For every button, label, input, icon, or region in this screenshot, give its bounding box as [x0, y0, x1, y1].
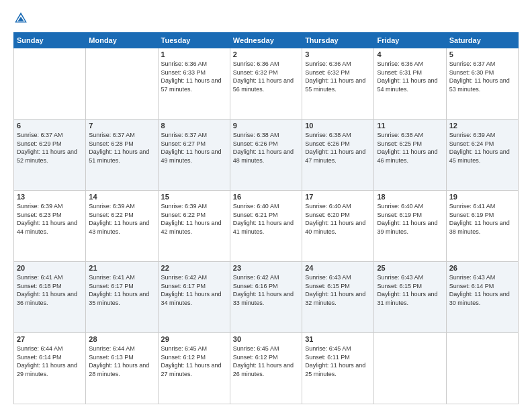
day-detail: Sunrise: 6:39 AMSunset: 6:24 PMDaylight:…: [449, 131, 515, 165]
day-detail: Sunrise: 6:40 AMSunset: 6:21 PMDaylight:…: [233, 202, 299, 236]
day-number: 8: [161, 122, 227, 130]
day-number: 28: [89, 335, 154, 343]
day-detail: Sunrise: 6:45 AMSunset: 6:12 PMDaylight:…: [161, 345, 227, 378]
week-row-2: 6Sunrise: 6:37 AMSunset: 6:29 PMDaylight…: [14, 120, 519, 191]
calendar-cell: 21Sunrise: 6:41 AMSunset: 6:17 PMDayligh…: [86, 262, 158, 333]
day-number: 3: [305, 50, 371, 58]
day-number: 6: [17, 122, 83, 130]
day-detail: Sunrise: 6:42 AMSunset: 6:17 PMDaylight:…: [161, 273, 227, 307]
day-detail: Sunrise: 6:40 AMSunset: 6:19 PMDaylight:…: [377, 202, 443, 236]
calendar-cell: 19Sunrise: 6:41 AMSunset: 6:19 PMDayligh…: [446, 191, 518, 262]
calendar-cell: 5Sunrise: 6:37 AMSunset: 6:30 PMDaylight…: [446, 48, 518, 120]
day-number: 29: [161, 335, 227, 343]
day-detail: Sunrise: 6:41 AMSunset: 6:18 PMDaylight:…: [17, 273, 83, 307]
day-detail: Sunrise: 6:43 AMSunset: 6:15 PMDaylight:…: [377, 273, 443, 307]
calendar-cell: 9Sunrise: 6:38 AMSunset: 6:26 PMDaylight…: [230, 120, 302, 191]
day-detail: Sunrise: 6:39 AMSunset: 6:23 PMDaylight:…: [17, 202, 83, 236]
day-number: 18: [377, 193, 443, 201]
day-detail: Sunrise: 6:38 AMSunset: 6:26 PMDaylight:…: [305, 131, 371, 165]
calendar-cell: 11Sunrise: 6:38 AMSunset: 6:25 PMDayligh…: [374, 120, 446, 191]
day-detail: Sunrise: 6:45 AMSunset: 6:11 PMDaylight:…: [305, 345, 371, 378]
day-detail: Sunrise: 6:36 AMSunset: 6:31 PMDaylight:…: [377, 60, 443, 93]
day-detail: Sunrise: 6:36 AMSunset: 6:33 PMDaylight:…: [161, 60, 227, 93]
day-header-saturday: Saturday: [446, 33, 518, 48]
day-number: 4: [377, 50, 443, 58]
day-number: 30: [233, 335, 299, 343]
calendar-cell: [446, 333, 518, 404]
day-header-sunday: Sunday: [14, 33, 86, 48]
day-number: 1: [161, 50, 227, 58]
day-detail: Sunrise: 6:38 AMSunset: 6:26 PMDaylight:…: [233, 131, 299, 165]
day-number: 20: [17, 264, 83, 272]
day-number: 21: [89, 264, 154, 272]
calendar-cell: 22Sunrise: 6:42 AMSunset: 6:17 PMDayligh…: [158, 262, 230, 333]
day-detail: Sunrise: 6:36 AMSunset: 6:32 PMDaylight:…: [233, 60, 299, 93]
calendar-cell: 4Sunrise: 6:36 AMSunset: 6:31 PMDaylight…: [374, 48, 446, 120]
day-number: 10: [305, 122, 371, 130]
calendar-cell: 13Sunrise: 6:39 AMSunset: 6:23 PMDayligh…: [14, 191, 86, 262]
day-detail: Sunrise: 6:44 AMSunset: 6:13 PMDaylight:…: [89, 345, 154, 378]
calendar-cell: 16Sunrise: 6:40 AMSunset: 6:21 PMDayligh…: [230, 191, 302, 262]
day-number: 14: [89, 193, 154, 201]
calendar-cell: 10Sunrise: 6:38 AMSunset: 6:26 PMDayligh…: [302, 120, 374, 191]
day-number: 27: [17, 335, 83, 343]
page: SundayMondayTuesdayWednesdayThursdayFrid…: [0, 0, 532, 411]
calendar-table: SundayMondayTuesdayWednesdayThursdayFrid…: [13, 32, 519, 404]
day-detail: Sunrise: 6:41 AMSunset: 6:17 PMDaylight:…: [89, 273, 154, 307]
day-detail: Sunrise: 6:44 AMSunset: 6:14 PMDaylight:…: [17, 345, 83, 378]
day-number: 23: [233, 264, 299, 272]
day-detail: Sunrise: 6:36 AMSunset: 6:32 PMDaylight:…: [305, 60, 371, 93]
calendar-cell: 28Sunrise: 6:44 AMSunset: 6:13 PMDayligh…: [86, 333, 158, 404]
day-header-monday: Monday: [86, 33, 158, 48]
calendar-cell: 23Sunrise: 6:42 AMSunset: 6:16 PMDayligh…: [230, 262, 302, 333]
day-number: 2: [233, 50, 299, 58]
calendar-cell: [14, 48, 86, 120]
day-detail: Sunrise: 6:37 AMSunset: 6:28 PMDaylight:…: [89, 131, 154, 165]
day-number: 5: [449, 50, 515, 58]
week-row-1: 1Sunrise: 6:36 AMSunset: 6:33 PMDaylight…: [14, 48, 519, 120]
day-header-friday: Friday: [374, 33, 446, 48]
day-number: 9: [233, 122, 299, 130]
day-header-thursday: Thursday: [302, 33, 374, 48]
calendar-cell: 30Sunrise: 6:45 AMSunset: 6:12 PMDayligh…: [230, 333, 302, 404]
day-detail: Sunrise: 6:42 AMSunset: 6:16 PMDaylight:…: [233, 273, 299, 307]
calendar-cell: 17Sunrise: 6:40 AMSunset: 6:20 PMDayligh…: [302, 191, 374, 262]
calendar-cell: 20Sunrise: 6:41 AMSunset: 6:18 PMDayligh…: [14, 262, 86, 333]
calendar-cell: 15Sunrise: 6:39 AMSunset: 6:22 PMDayligh…: [158, 191, 230, 262]
day-detail: Sunrise: 6:39 AMSunset: 6:22 PMDaylight:…: [161, 202, 227, 236]
calendar-cell: [374, 333, 446, 404]
day-number: 22: [161, 264, 227, 272]
calendar-cell: 7Sunrise: 6:37 AMSunset: 6:28 PMDaylight…: [86, 120, 158, 191]
day-number: 16: [233, 193, 299, 201]
day-number: 13: [17, 193, 83, 201]
calendar-cell: 6Sunrise: 6:37 AMSunset: 6:29 PMDaylight…: [14, 120, 86, 191]
calendar-cell: 12Sunrise: 6:39 AMSunset: 6:24 PMDayligh…: [446, 120, 518, 191]
day-number: 12: [449, 122, 515, 130]
day-number: 11: [377, 122, 443, 130]
calendar-cell: 1Sunrise: 6:36 AMSunset: 6:33 PMDaylight…: [158, 48, 230, 120]
week-row-5: 27Sunrise: 6:44 AMSunset: 6:14 PMDayligh…: [14, 333, 519, 404]
logo-icon: [13, 11, 28, 26]
days-header-row: SundayMondayTuesdayWednesdayThursdayFrid…: [14, 33, 519, 48]
day-detail: Sunrise: 6:41 AMSunset: 6:19 PMDaylight:…: [449, 202, 515, 236]
calendar-cell: 25Sunrise: 6:43 AMSunset: 6:15 PMDayligh…: [374, 262, 446, 333]
day-detail: Sunrise: 6:37 AMSunset: 6:30 PMDaylight:…: [449, 60, 515, 93]
day-detail: Sunrise: 6:43 AMSunset: 6:14 PMDaylight:…: [449, 273, 515, 307]
day-detail: Sunrise: 6:45 AMSunset: 6:12 PMDaylight:…: [233, 345, 299, 378]
calendar-cell: 18Sunrise: 6:40 AMSunset: 6:19 PMDayligh…: [374, 191, 446, 262]
week-row-4: 20Sunrise: 6:41 AMSunset: 6:18 PMDayligh…: [14, 262, 519, 333]
day-number: 7: [89, 122, 154, 130]
calendar-cell: 29Sunrise: 6:45 AMSunset: 6:12 PMDayligh…: [158, 333, 230, 404]
day-number: 26: [449, 264, 515, 272]
calendar-cell: 24Sunrise: 6:43 AMSunset: 6:15 PMDayligh…: [302, 262, 374, 333]
day-detail: Sunrise: 6:37 AMSunset: 6:27 PMDaylight:…: [161, 131, 227, 165]
day-number: 24: [305, 264, 371, 272]
day-header-tuesday: Tuesday: [158, 33, 230, 48]
day-detail: Sunrise: 6:37 AMSunset: 6:29 PMDaylight:…: [17, 131, 83, 165]
calendar-cell: 8Sunrise: 6:37 AMSunset: 6:27 PMDaylight…: [158, 120, 230, 191]
day-header-wednesday: Wednesday: [230, 33, 302, 48]
day-detail: Sunrise: 6:40 AMSunset: 6:20 PMDaylight:…: [305, 202, 371, 236]
day-detail: Sunrise: 6:39 AMSunset: 6:22 PMDaylight:…: [89, 202, 154, 236]
day-number: 19: [449, 193, 515, 201]
calendar-cell: 3Sunrise: 6:36 AMSunset: 6:32 PMDaylight…: [302, 48, 374, 120]
